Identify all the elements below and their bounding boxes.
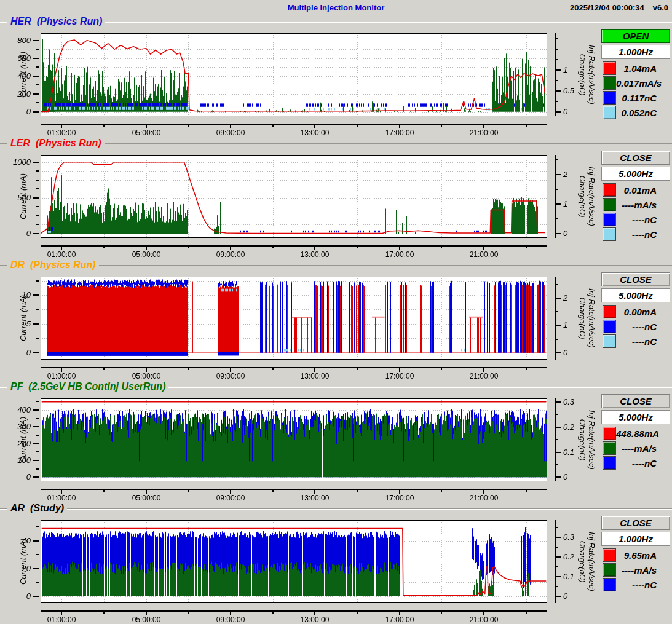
her-chart	[0, 28, 599, 137]
legend-color-chip	[603, 320, 616, 333]
legend-value-row: 1.04mA	[601, 61, 670, 76]
legend-value: ----mA/s	[616, 565, 670, 575]
legend-value: 0.01mA	[616, 185, 670, 195]
ar-legend: CLOSE 1.000Hz 9.65mA----mA/s----nC	[601, 516, 670, 592]
her-frequency-display[interactable]: 1.000Hz	[601, 45, 670, 59]
legend-value: 1.04mA	[616, 63, 670, 74]
legend-color-chip	[603, 563, 616, 577]
legend-value-row: ----nC	[601, 227, 670, 242]
panel-pf: PF (2.5GeV HB ContInj UserRun) CLOSE 5.0…	[0, 381, 672, 502]
pf-legend: CLOSE 5.000Hz 448.88mA----mA/s----nC	[601, 394, 670, 470]
legend-value-row: ----nC	[601, 319, 670, 334]
legend-value-row: ----mA/s	[601, 197, 670, 212]
panel-divider	[0, 265, 672, 266]
timestamp-text: 2025/12/04 00:00:34	[570, 3, 644, 12]
pf-shutter-button[interactable]: CLOSE	[601, 394, 670, 408]
legend-color-chip	[603, 305, 616, 318]
panel-ler: LER (Physics Run) CLOSE 5.000Hz 0.01mA--…	[0, 137, 672, 259]
legend-color-chip	[603, 106, 616, 119]
legend-color-chip	[603, 578, 616, 591]
legend-color-chip	[603, 183, 616, 197]
dr-shutter-button[interactable]: CLOSE	[601, 272, 670, 286]
legend-value-row: ----nC	[601, 577, 670, 592]
legend-color-chip	[603, 427, 616, 440]
her-legend: OPEN 1.000Hz 1.04mA0.017mA/s0.117nC0.052…	[601, 29, 670, 120]
legend-value-row: ----nC	[601, 212, 670, 227]
pf-legend-values: 448.88mA----mA/s----nC	[601, 426, 670, 470]
legend-value-row: 0.052nC	[601, 105, 670, 120]
her-shutter-button[interactable]: OPEN	[601, 29, 670, 43]
ler-shutter-button[interactable]: CLOSE	[601, 151, 670, 165]
legend-value-row: ----mA/s	[601, 563, 670, 577]
ar-shutter-button[interactable]: CLOSE	[601, 516, 670, 530]
legend-color-chip	[603, 91, 616, 105]
dr-frequency-display[interactable]: 5.000Hz	[601, 288, 670, 302]
legend-value: ----nC	[616, 336, 670, 347]
legend-color-chip	[603, 76, 616, 90]
legend-value: 9.65mA	[616, 550, 670, 561]
panel-ar: AR (Study) CLOSE 1.000Hz 9.65mA----mA/s-…	[0, 502, 672, 624]
legend-color-chip	[603, 441, 616, 455]
legend-value-row: 0.017mA/s	[601, 76, 670, 90]
panel-dr: DR (Physics Run) CLOSE 5.000Hz 0.00mA---…	[0, 259, 672, 381]
legend-color-chip	[603, 198, 616, 211]
legend-value: ----mA/s	[616, 200, 670, 210]
legend-value: ----nC	[616, 580, 670, 590]
legend-color-chip	[603, 227, 616, 241]
ler-legend-values: 0.01mA----mA/s----nC----nC	[601, 183, 670, 242]
ar-legend-values: 9.65mA----mA/s----nC	[601, 548, 670, 592]
legend-value-row: ----mA/s	[601, 441, 670, 456]
legend-value-row: 0.117nC	[601, 90, 670, 105]
ler-frequency-display[interactable]: 5.000Hz	[601, 167, 670, 181]
legend-value-row: ----nC	[601, 334, 670, 349]
dr-chart	[0, 271, 599, 381]
pf-frequency-display[interactable]: 5.000Hz	[601, 410, 670, 424]
legend-value-row: 0.00mA	[601, 304, 670, 319]
legend-value-row: ----nC	[601, 456, 670, 470]
panel-title-pf: PF (2.5GeV HB ContInj UserRun)	[7, 381, 168, 392]
app-header: Multiple Injection Monitor 2025/12/04 00…	[0, 0, 672, 15]
panel-title-ar: AR (Study)	[7, 503, 67, 514]
ler-legend: CLOSE 5.000Hz 0.01mA----mA/s----nC----nC	[601, 151, 670, 242]
legend-value: ----nC	[616, 322, 670, 332]
dr-legend: CLOSE 5.000Hz 0.00mA----nC----nC	[601, 272, 670, 349]
ar-chart	[0, 515, 599, 624]
legend-value-row: 0.01mA	[601, 183, 670, 197]
her-legend-values: 1.04mA0.017mA/s0.117nC0.052nC	[601, 61, 670, 120]
legend-value: ----mA/s	[616, 443, 670, 454]
legend-value: ----nC	[616, 215, 670, 225]
panel-title-her: HER (Physics Run)	[7, 16, 105, 27]
version-label: v6.0	[653, 3, 668, 12]
legend-value-row: 9.65mA	[601, 548, 670, 563]
pf-chart	[0, 393, 599, 502]
legend-color-chip	[603, 213, 616, 226]
panel-her: HER (Physics Run) OPEN 1.000Hz 1.04mA0.0…	[0, 15, 672, 137]
ar-frequency-display[interactable]: 1.000Hz	[601, 532, 670, 546]
legend-value: 0.117nC	[616, 93, 670, 103]
legend-color-chip	[603, 61, 616, 75]
legend-color-chip	[603, 334, 616, 348]
legend-value: ----nC	[616, 458, 670, 468]
dr-legend-values: 0.00mA----nC----nC	[601, 304, 670, 349]
legend-value-row: 448.88mA	[601, 426, 670, 441]
legend-color-chip	[603, 548, 616, 562]
legend-value: ----nC	[616, 229, 670, 240]
legend-value: 0.00mA	[616, 307, 670, 317]
timestamp: 2025/12/04 00:00:34v6.0	[570, 3, 668, 12]
ler-chart	[0, 149, 599, 259]
legend-value: 0.017mA/s	[616, 78, 672, 89]
legend-color-chip	[603, 456, 616, 470]
legend-value: 448.88mA	[616, 429, 672, 439]
legend-value: 0.052nC	[616, 108, 670, 118]
panel-title-ler: LER (Physics Run)	[7, 138, 105, 149]
panel-divider	[0, 508, 672, 510]
panel-title-dr: DR (Physics Run)	[7, 259, 99, 271]
